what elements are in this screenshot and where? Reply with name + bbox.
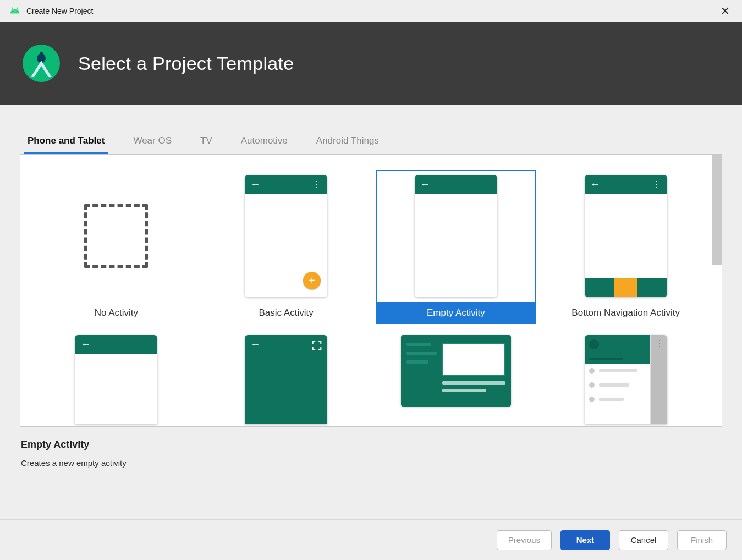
wizard-header: Select a Project Template: [0, 22, 742, 105]
close-icon[interactable]: ✕: [714, 2, 736, 20]
template-empty-activity[interactable]: ← Empty Activity: [376, 170, 536, 324]
no-activity-icon: [84, 204, 148, 268]
svg-rect-6: [40, 52, 43, 57]
back-arrow-icon: ←: [250, 339, 260, 350]
template-row2-1[interactable]: ←: [36, 335, 196, 424]
svg-line-2: [12, 8, 13, 10]
phone-preview-icon: ← ⋮: [585, 175, 667, 297]
finish-button[interactable]: Finish: [677, 530, 727, 550]
android-icon: [9, 6, 21, 16]
back-arrow-icon: ←: [420, 179, 430, 190]
svg-point-0: [12, 11, 13, 12]
selected-template-description: Empty Activity Creates a new empty activ…: [20, 427, 722, 468]
category-tabs: Phone and Tablet Wear OS TV Automotive A…: [20, 105, 722, 154]
selected-template-title: Empty Activity: [21, 439, 722, 451]
phone-preview-icon: ←: [75, 335, 157, 424]
tab-tv[interactable]: TV: [197, 130, 216, 154]
template-label: Empty Activity: [376, 302, 536, 324]
cancel-button[interactable]: Cancel: [619, 530, 668, 550]
back-arrow-icon: ←: [250, 179, 260, 190]
template-label: Bottom Navigation Activity: [546, 302, 706, 324]
window-title: Create New Project: [26, 7, 714, 15]
wizard-button-bar: Previous Next Cancel Finish: [0, 519, 742, 560]
template-label: No Activity: [36, 302, 196, 324]
back-arrow-icon: ←: [80, 339, 90, 350]
svg-point-1: [17, 11, 18, 12]
template-basic-activity[interactable]: ← ⋮ + Basic Activity: [206, 170, 366, 324]
tab-phone-tablet[interactable]: Phone and Tablet: [24, 130, 108, 154]
phone-preview-icon: ←: [415, 175, 497, 297]
vertical-scrollbar[interactable]: [712, 155, 722, 265]
svg-line-3: [17, 8, 18, 10]
more-dots-icon: ⋮: [652, 179, 662, 190]
template-grid: No Activity ←: [20, 154, 722, 427]
tab-wear-os[interactable]: Wear OS: [130, 130, 175, 154]
phone-preview-icon: ←: [245, 335, 327, 424]
next-button[interactable]: Next: [560, 530, 610, 550]
phone-preview-icon: ← ⋮ +: [245, 175, 327, 297]
bottom-nav-icon: [585, 278, 667, 297]
template-label: Basic Activity: [206, 302, 366, 324]
android-studio-logo: [22, 44, 61, 83]
phone-preview-icon: ⋮: [585, 335, 667, 424]
fab-plus-icon: +: [303, 272, 321, 289]
more-dots-icon: ⋮: [312, 179, 322, 190]
tab-android-things[interactable]: Android Things: [313, 130, 382, 154]
tablet-preview-icon: [401, 335, 511, 407]
template-row2-3[interactable]: [376, 335, 536, 407]
page-title: Select a Project Template: [78, 53, 294, 74]
window-titlebar: Create New Project ✕: [0, 0, 742, 22]
back-arrow-icon: ←: [590, 179, 600, 190]
template-no-activity[interactable]: No Activity: [36, 170, 196, 324]
selected-template-text: Creates a new empty activity: [21, 458, 722, 468]
template-row2-2[interactable]: ←: [206, 335, 366, 424]
previous-button[interactable]: Previous: [497, 530, 552, 550]
template-row2-4[interactable]: ⋮: [546, 335, 706, 424]
template-bottom-navigation[interactable]: ← ⋮ Bottom Navigation Activity: [546, 170, 706, 324]
tab-automotive[interactable]: Automotive: [238, 130, 291, 154]
more-dots-icon: ⋮: [655, 338, 664, 349]
